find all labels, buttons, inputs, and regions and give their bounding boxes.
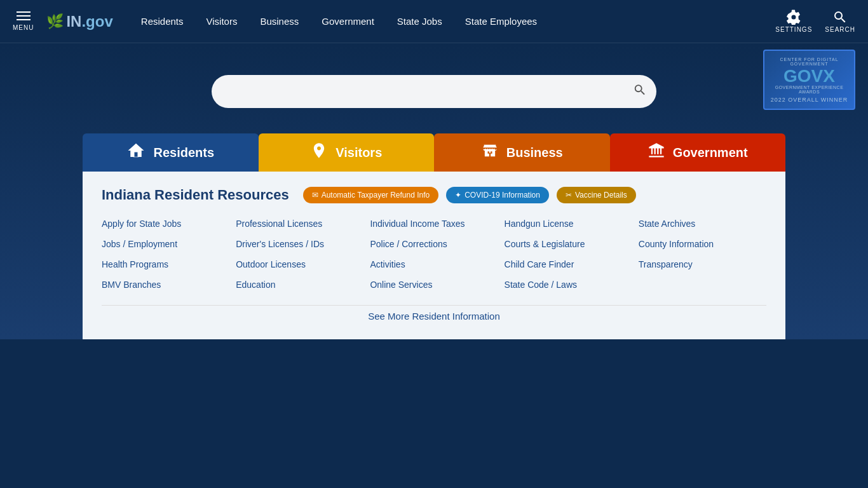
badge-tax-refund[interactable]: ✉ Automatic Taxpayer Refund Info — [303, 187, 439, 203]
link-transparency[interactable]: Transparency — [639, 257, 766, 272]
award-subtitle: GOVERNMENT EXPERIENCE AWARDS — [770, 85, 849, 94]
link-county-information[interactable]: County Information — [639, 236, 766, 252]
link-state-archives[interactable]: State Archives — [639, 216, 766, 231]
site-logo[interactable]: 🌿 IN.gov — [46, 13, 112, 30]
panel-title: Indiana Resident Resources — [102, 187, 289, 203]
panel-header: Indiana Resident Resources ✉ Automatic T… — [102, 187, 766, 203]
main-nav: Residents Visitors Business Government S… — [132, 11, 776, 32]
header: MENU 🌿 IN.gov Residents Visitors Busines… — [0, 0, 868, 43]
store-icon — [481, 142, 499, 159]
tab-residents-label: Residents — [153, 146, 214, 160]
search-section — [0, 56, 868, 133]
link-drivers-licenses[interactable]: Driver's Licenses / IDs — [236, 236, 363, 252]
logo-icon: 🌿 — [46, 13, 64, 30]
bottom-area — [0, 339, 868, 377]
badge-vaccine-label: Vaccine Details — [575, 191, 627, 200]
hamburger-icon — [17, 11, 31, 13]
nav-business[interactable]: Business — [251, 11, 308, 32]
nav-government[interactable]: Government — [313, 11, 383, 32]
business-icon — [481, 142, 499, 164]
link-child-care-finder[interactable]: Child Care Finder — [505, 257, 632, 272]
link-education[interactable]: Education — [236, 277, 363, 292]
settings-button[interactable]: SETTINGS — [775, 10, 812, 33]
tabs: Residents Visitors Business — [83, 133, 785, 172]
award-top-text: CENTER FOR DIGITAL GOVERNMENT — [770, 57, 849, 66]
hamburger-icon — [17, 15, 31, 17]
tab-residents[interactable]: Residents — [83, 133, 259, 172]
hamburger-icon — [17, 19, 31, 20]
badge-covid[interactable]: ✦ COVID-19 Information — [446, 187, 549, 203]
map-pin-icon — [310, 142, 328, 159]
link-handgun-license[interactable]: Handgun License — [505, 216, 632, 231]
tab-government-label: Government — [673, 146, 748, 160]
search-submit-button[interactable] — [633, 83, 647, 100]
link-individual-income-taxes[interactable]: Individual Income Taxes — [370, 216, 498, 231]
link-professional-licenses[interactable]: Professional Licenses — [236, 216, 363, 231]
tab-visitors[interactable]: Visitors — [259, 133, 435, 172]
main-content: CENTER FOR DIGITAL GOVERNMENT GOVX GOVER… — [0, 43, 868, 339]
gear-icon — [786, 10, 801, 25]
search-label: SEARCH — [825, 26, 855, 33]
award-badge: CENTER FOR DIGITAL GOVERNMENT GOVX GOVER… — [763, 50, 855, 110]
search-box — [212, 75, 656, 108]
menu-label: MENU — [13, 24, 34, 31]
link-bmv-branches[interactable]: BMV Branches — [102, 277, 229, 292]
link-police-corrections[interactable]: Police / Corrections — [370, 236, 498, 252]
settings-label: SETTINGS — [775, 26, 812, 33]
capitol-icon — [648, 142, 665, 159]
tab-visitors-label: Visitors — [336, 146, 382, 160]
visitors-icon — [310, 142, 328, 164]
award-logo: GOVX — [783, 67, 835, 85]
nav-residents[interactable]: Residents — [132, 11, 193, 32]
link-apply-state-jobs[interactable]: Apply for State Jobs — [102, 216, 229, 231]
link-online-services[interactable]: Online Services — [370, 277, 498, 292]
link-jobs-employment[interactable]: Jobs / Employment — [102, 236, 229, 252]
tab-business-label: Business — [506, 146, 563, 160]
badge-tax-icon: ✉ — [312, 191, 318, 200]
badge-tax-label: Automatic Taxpayer Refund Info — [322, 191, 430, 200]
badge-covid-label: COVID-19 Information — [465, 191, 540, 200]
link-health-programs[interactable]: Health Programs — [102, 257, 229, 272]
search-submit-icon — [633, 83, 647, 97]
house-icon — [126, 141, 146, 160]
see-more-link[interactable]: See More Resident Information — [102, 305, 766, 327]
link-activities[interactable]: Activities — [370, 257, 498, 272]
link-empty — [639, 277, 766, 292]
link-outdoor-licenses[interactable]: Outdoor Licenses — [236, 257, 363, 272]
tab-government[interactable]: Government — [610, 133, 786, 172]
search-button[interactable]: SEARCH — [825, 10, 855, 33]
residents-icon — [126, 141, 146, 165]
nav-visitors[interactable]: Visitors — [198, 11, 247, 32]
links-grid: Apply for State Jobs Professional Licens… — [102, 216, 766, 292]
badge-vaccine-icon: ✂ — [566, 191, 572, 200]
badge-covid-icon: ✦ — [455, 191, 461, 200]
search-input[interactable] — [212, 75, 656, 108]
search-icon — [832, 10, 848, 25]
nav-state-employees[interactable]: State Employees — [456, 11, 546, 32]
link-state-code-laws[interactable]: State Code / Laws — [505, 277, 632, 292]
link-courts-legislature[interactable]: Courts & Legislature — [505, 236, 632, 252]
government-icon — [648, 142, 665, 164]
nav-state-jobs[interactable]: State Jobs — [388, 11, 451, 32]
badge-vaccine[interactable]: ✂ Vaccine Details — [557, 187, 636, 203]
award-year: 2022 OVERALL WINNER — [771, 97, 848, 103]
menu-button[interactable]: MENU — [13, 11, 34, 31]
logo-text: IN.gov — [66, 13, 112, 30]
content-panel: Indiana Resident Resources ✉ Automatic T… — [83, 172, 785, 339]
header-right: SETTINGS SEARCH — [775, 10, 855, 33]
tab-business[interactable]: Business — [434, 133, 610, 172]
tabs-section: Residents Visitors Business — [0, 133, 868, 172]
